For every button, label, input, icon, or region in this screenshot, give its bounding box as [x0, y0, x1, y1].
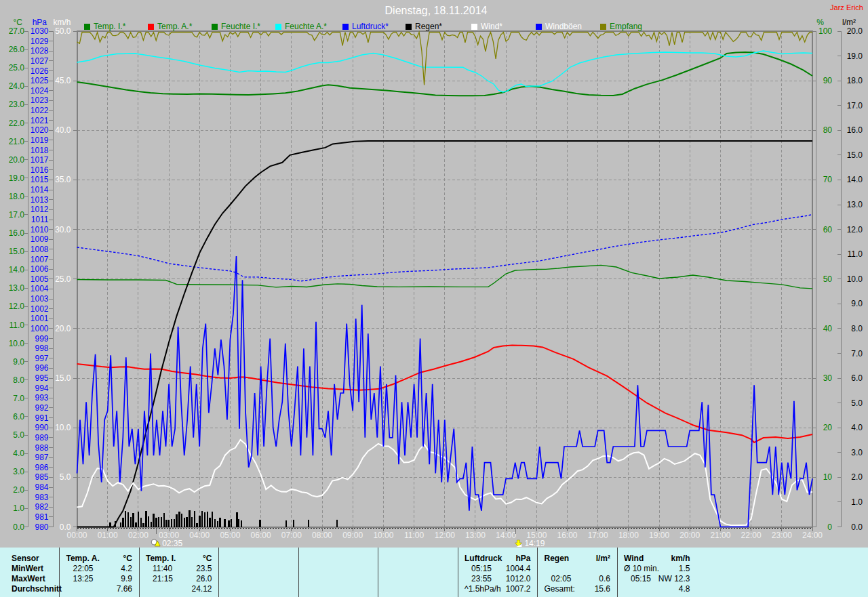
svg-text:4.0: 4.0 [13, 449, 24, 458]
svg-text:20.0: 20.0 [9, 155, 25, 165]
svg-text:0.0: 0.0 [851, 522, 863, 532]
svg-text:1028: 1028 [31, 46, 49, 56]
svg-text:25.0: 25.0 [9, 63, 25, 73]
svg-text:3.0: 3.0 [851, 448, 863, 457]
svg-text:1001: 1001 [31, 314, 49, 323]
svg-text:05:15: 05:15 [471, 564, 492, 573]
svg-text:19:00: 19:00 [649, 531, 669, 540]
svg-text:26.0: 26.0 [9, 45, 25, 54]
svg-text:22:00: 22:00 [741, 531, 762, 540]
svg-text:08:00: 08:00 [312, 531, 332, 540]
svg-text:1016: 1016 [31, 165, 49, 175]
svg-text:0.6: 0.6 [599, 574, 610, 583]
svg-text:25.0: 25.0 [55, 274, 71, 284]
svg-text:1020: 1020 [31, 125, 49, 135]
svg-text:1024: 1024 [31, 86, 49, 96]
svg-text:1006: 1006 [31, 264, 49, 274]
svg-text:21:00: 21:00 [710, 531, 730, 540]
svg-text:14.0: 14.0 [9, 265, 25, 274]
svg-text:Windböen: Windböen [545, 22, 582, 31]
svg-text:km/h: km/h [671, 554, 690, 563]
svg-text:02:05: 02:05 [551, 574, 572, 583]
svg-text:50: 50 [823, 274, 833, 284]
svg-text:05:00: 05:00 [220, 531, 240, 540]
svg-text:1018: 1018 [31, 146, 49, 155]
svg-text:981: 981 [35, 512, 48, 522]
svg-text:1012.0: 1012.0 [506, 574, 531, 583]
svg-text:Temp. I.*: Temp. I.* [94, 22, 126, 31]
svg-text:18.0: 18.0 [847, 76, 863, 85]
svg-text:24:00: 24:00 [802, 531, 823, 540]
svg-text:20:00: 20:00 [679, 531, 700, 540]
svg-text:23.5: 23.5 [196, 564, 212, 573]
svg-text:13:25: 13:25 [73, 574, 94, 583]
svg-text:01:00: 01:00 [98, 531, 118, 540]
svg-text:45.0: 45.0 [55, 76, 71, 85]
svg-text:00:00: 00:00 [66, 531, 87, 540]
svg-text:5.0: 5.0 [13, 430, 24, 440]
svg-text:MaxWert: MaxWert [12, 574, 45, 583]
svg-text:990: 990 [35, 423, 48, 432]
svg-text:6.0: 6.0 [13, 412, 24, 421]
svg-text:12.0: 12.0 [9, 302, 25, 311]
svg-text:100: 100 [818, 26, 832, 36]
svg-text:11:40: 11:40 [153, 564, 172, 573]
svg-text:40.0: 40.0 [55, 125, 71, 135]
svg-text:Temp. A.: Temp. A. [66, 554, 100, 563]
svg-text:985: 985 [35, 472, 48, 482]
svg-text:991: 991 [35, 413, 48, 423]
svg-text:23:00: 23:00 [772, 531, 792, 540]
svg-text:10:00: 10:00 [373, 531, 393, 540]
svg-text:13:00: 13:00 [465, 531, 486, 540]
svg-text:992: 992 [35, 403, 48, 413]
svg-text:984: 984 [35, 482, 48, 492]
svg-text:°C: °C [203, 554, 212, 563]
svg-text:1004.4: 1004.4 [506, 564, 531, 573]
svg-text:7.0: 7.0 [13, 394, 24, 403]
svg-text:982: 982 [35, 502, 48, 512]
svg-text:997: 997 [35, 354, 48, 363]
svg-text:4.8: 4.8 [679, 584, 690, 594]
svg-text:80: 80 [823, 125, 833, 135]
svg-text:90: 90 [823, 76, 833, 85]
svg-text:1017: 1017 [31, 155, 49, 165]
svg-text:70: 70 [823, 175, 833, 184]
svg-text:30: 30 [823, 373, 833, 383]
svg-text:l/m²: l/m² [596, 554, 610, 563]
svg-text:Regen*: Regen* [415, 22, 442, 31]
svg-text:5.0: 5.0 [60, 472, 71, 482]
svg-text:1009: 1009 [31, 234, 49, 244]
svg-text:0: 0 [827, 522, 832, 532]
svg-text:989: 989 [35, 433, 48, 442]
svg-text:°C: °C [123, 554, 133, 563]
svg-text:MinWert: MinWert [12, 564, 43, 573]
svg-text:4.2: 4.2 [121, 564, 132, 573]
svg-text:21:15: 21:15 [153, 574, 173, 583]
svg-text:1029: 1029 [31, 37, 49, 46]
svg-text:20.0: 20.0 [847, 26, 863, 36]
svg-text:15.0: 15.0 [9, 247, 25, 256]
svg-text:10.0: 10.0 [847, 274, 863, 284]
svg-text:3.0: 3.0 [13, 467, 24, 476]
svg-text:^1.5hPa/h: ^1.5hPa/h [465, 584, 501, 594]
svg-text:24.0: 24.0 [9, 81, 25, 91]
svg-text:12:00: 12:00 [435, 531, 455, 540]
svg-text:995: 995 [35, 373, 48, 383]
svg-text:04:00: 04:00 [189, 531, 210, 540]
svg-text:1.0: 1.0 [851, 497, 863, 507]
svg-text:Sensor: Sensor [12, 554, 39, 563]
svg-text:Luftdruck*: Luftdruck* [352, 22, 389, 31]
svg-text:1014: 1014 [31, 185, 49, 194]
svg-text:988: 988 [35, 443, 48, 453]
svg-text:NW 12.3: NW 12.3 [658, 574, 690, 583]
svg-text:°C: °C [14, 18, 23, 27]
svg-text:18:00: 18:00 [618, 531, 639, 540]
svg-text:20.0: 20.0 [55, 324, 71, 333]
svg-text:35.0: 35.0 [55, 175, 71, 184]
svg-text:11.0: 11.0 [9, 321, 25, 330]
svg-text:1002: 1002 [31, 304, 49, 314]
svg-text:15.0: 15.0 [55, 373, 71, 383]
svg-text:26.0: 26.0 [196, 574, 212, 583]
svg-text:12.0: 12.0 [847, 225, 863, 234]
svg-text:1005: 1005 [31, 274, 49, 284]
